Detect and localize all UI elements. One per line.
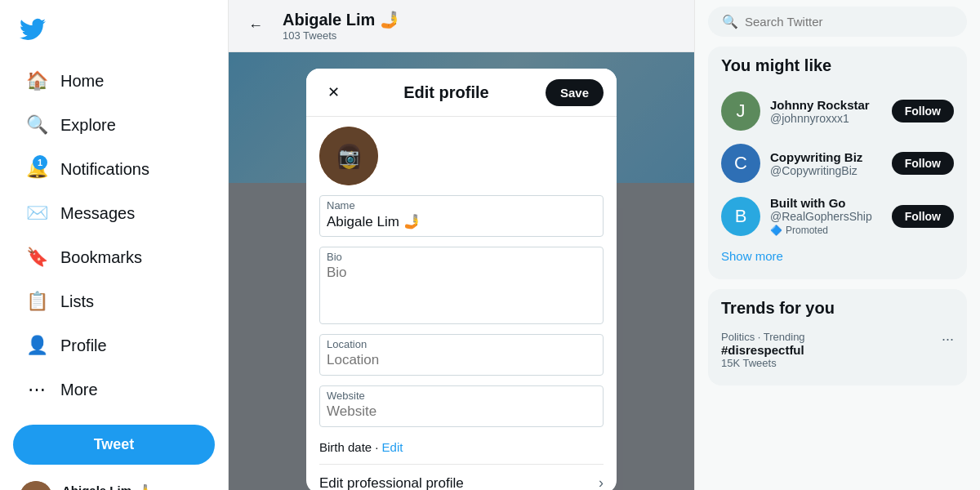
edit-professional-label: Edit professional profile: [319, 475, 464, 491]
modal-close-button[interactable]: ✕: [319, 78, 347, 106]
modal-avatar[interactable]: 👩 📷: [319, 127, 378, 185]
trend-tweet-count: 15K Tweets: [721, 357, 805, 369]
sidebar-item-label: Messages: [60, 204, 135, 223]
suggest-info: Built with Go @RealGophersShip 🔷Promoted: [770, 196, 892, 236]
main-content-area: ← Abigale Lim 🤳 103 Tweets ✕ Edit profil…: [229, 0, 694, 490]
suggestions-list: J Johnny Rockstar @johnnyroxxx1 Follow C…: [721, 85, 954, 243]
chevron-right-icon: ›: [599, 474, 604, 490]
sidebar-bottom-user[interactable]: 👩 Abigale Lim 🤳 @AbigaleLim ···: [7, 471, 221, 490]
profile-icon: 👤: [26, 335, 47, 356]
sidebar-nav: 🏠 Home 🔍 Explore 🔔 Notifications 1 ✉️ Me…: [0, 59, 228, 412]
suggest-info: Johnny Rockstar @johnnyroxxx1: [770, 98, 892, 125]
suggest-handle: @johnnyroxxx1: [770, 112, 892, 125]
explore-icon: 🔍: [26, 114, 47, 136]
sidebar-item-profile[interactable]: 👤 Profile: [7, 325, 221, 366]
modal-avatar-area: 👩 📷: [306, 117, 617, 195]
birth-date-row: Birth date · Edit: [319, 437, 604, 464]
sidebar-item-lists[interactable]: 📋 Lists: [7, 281, 221, 322]
sidebar-item-label: Notifications: [60, 160, 149, 179]
trend-more-button[interactable]: ···: [942, 331, 954, 348]
bottom-user-name: Abigale Lim 🤳: [62, 483, 196, 490]
website-input[interactable]: [327, 403, 596, 420]
trend-item: Politics · Trending #disrespectful 15K T…: [721, 324, 954, 376]
you-might-like-title: You might like: [721, 56, 954, 75]
follow-button[interactable]: Follow: [892, 152, 954, 175]
location-input[interactable]: [327, 352, 596, 368]
trend-category: Politics · Trending: [721, 331, 805, 343]
name-field-wrapper: Name: [319, 195, 604, 237]
sidebar-item-messages[interactable]: ✉️ Messages: [7, 193, 221, 234]
sidebar-item-label: Bookmarks: [60, 248, 142, 267]
main-body: ✕ Edit profile Save 👩 📷 Name: [229, 52, 694, 490]
follow-button[interactable]: Follow: [892, 100, 954, 122]
name-input[interactable]: [327, 213, 596, 229]
avatar: 👩: [20, 481, 52, 490]
location-field-wrapper: Location: [319, 334, 604, 376]
suggest-avatar: J: [721, 91, 760, 131]
suggest-name: Johnny Rockstar: [770, 98, 892, 112]
follow-button[interactable]: Follow: [892, 205, 954, 228]
header-profile-name: Abigale Lim 🤳: [283, 10, 400, 29]
main-header: ← Abigale Lim 🤳 103 Tweets: [229, 0, 694, 52]
modal-save-button[interactable]: Save: [546, 79, 604, 106]
show-more-link[interactable]: Show more: [721, 243, 954, 270]
search-icon: 🔍: [722, 14, 738, 29]
edit-profile-modal: ✕ Edit profile Save 👩 📷 Name: [306, 69, 617, 490]
more-icon: ⋯: [26, 379, 47, 400]
sidebar-item-notifications[interactable]: 🔔 Notifications 1: [7, 149, 221, 189]
bio-label: Bio: [327, 251, 596, 263]
sidebar-item-explore[interactable]: 🔍 Explore: [7, 105, 221, 145]
notification-badge: 1: [33, 155, 47, 170]
suggest-handle: @CopywritingBiz: [770, 164, 892, 177]
twitter-logo[interactable]: [0, 7, 228, 56]
tweet-button[interactable]: Tweet: [13, 425, 215, 465]
modal-title: Edit profile: [403, 83, 488, 102]
suggestion-item: C Copywriting Biz @CopywritingBiz Follow: [721, 137, 954, 189]
right-sidebar: 🔍 You might like J Johnny Rockstar @john…: [694, 0, 980, 490]
you-might-like-section: You might like J Johnny Rockstar @johnny…: [708, 47, 967, 279]
birth-date-edit-link[interactable]: Edit: [382, 440, 403, 454]
sidebar-item-home[interactable]: 🏠 Home: [7, 60, 221, 101]
modal-header: ✕ Edit profile Save: [306, 69, 617, 117]
suggest-avatar: B: [721, 197, 760, 236]
suggest-name: Built with Go: [770, 196, 892, 210]
sidebar-item-label: More: [60, 381, 98, 399]
sidebar-item-more[interactable]: ⋯ More: [7, 369, 221, 410]
back-button[interactable]: ←: [242, 12, 270, 40]
avatar-camera-overlay: 📷: [319, 127, 378, 185]
user-info: Abigale Lim 🤳 @AbigaleLim: [62, 483, 196, 490]
sidebar-item-label: Explore: [60, 116, 116, 135]
suggest-name: Copywriting Biz: [770, 150, 892, 164]
suggest-info: Copywriting Biz @CopywritingBiz: [770, 150, 892, 177]
bio-field-wrapper: Bio: [319, 247, 604, 324]
bio-input[interactable]: [327, 265, 596, 314]
birth-date-label: Birth date ·: [319, 440, 379, 454]
home-icon: 🏠: [26, 70, 47, 91]
sidebar-item-label: Lists: [60, 292, 94, 311]
sidebar: 🏠 Home 🔍 Explore 🔔 Notifications 1 ✉️ Me…: [0, 0, 229, 490]
edit-professional-row[interactable]: Edit professional profile ›: [319, 464, 604, 490]
modal-form-body: Name Bio Location Websi: [306, 195, 617, 490]
suggestion-item: B Built with Go @RealGophersShip 🔷Promot…: [721, 189, 954, 243]
sidebar-item-label: Profile: [60, 336, 107, 355]
suggest-avatar: C: [721, 144, 760, 183]
website-label: Website: [327, 390, 596, 402]
suggestion-item: J Johnny Rockstar @johnnyroxxx1 Follow: [721, 85, 954, 137]
trends-title: Trends for you: [721, 299, 954, 318]
messages-icon: ✉️: [26, 203, 47, 224]
sidebar-item-label: Home: [60, 72, 104, 91]
trend-name: #disrespectful: [721, 343, 805, 357]
modal-overlay: ✕ Edit profile Save 👩 📷 Name: [229, 52, 694, 490]
location-label: Location: [327, 338, 596, 350]
trend-info: Politics · Trending #disrespectful 15K T…: [721, 331, 805, 369]
website-field-wrapper: Website: [319, 385, 604, 427]
search-bar[interactable]: 🔍: [708, 7, 967, 37]
sidebar-item-bookmarks[interactable]: 🔖 Bookmarks: [7, 237, 221, 278]
lists-icon: 📋: [26, 291, 47, 312]
header-tweet-count: 103 Tweets: [283, 29, 400, 42]
trends-section: Trends for you Politics · Trending #disr…: [708, 289, 967, 385]
search-input[interactable]: [745, 15, 953, 29]
bookmarks-icon: 🔖: [26, 247, 47, 268]
promoted-badge: 🔷Promoted: [770, 225, 892, 236]
suggest-handle: @RealGophersShip: [770, 210, 892, 223]
